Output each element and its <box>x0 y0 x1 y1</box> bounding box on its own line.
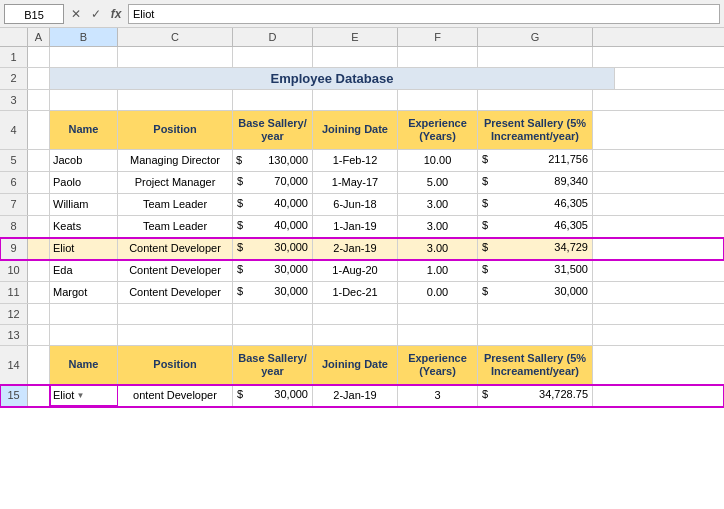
dropdown-icon[interactable]: ▼ <box>76 386 84 405</box>
header-experience: Experience (Years) <box>398 111 478 149</box>
header-row-14: 14 Name Position Base Sallery/ year Join… <box>0 346 724 385</box>
name-box[interactable]: B15 <box>4 4 64 24</box>
header-joining-date: Joining Date <box>313 111 398 149</box>
spreadsheet-title: Employee Database <box>50 68 615 89</box>
cell-base-value: 30,000 <box>274 385 308 406</box>
table-row: 7 William Team Leader $40,000 6-Jun-18 3… <box>0 194 724 216</box>
cell-present-dollar: $ <box>482 385 488 406</box>
column-headers: A B C D E F G <box>0 28 724 47</box>
cell-exp-value: 3 <box>434 389 440 401</box>
header2-base-sallery: Base Sallery/ year <box>233 346 313 384</box>
table-row: 11 Margot Content Developer $30,000 1-De… <box>0 282 724 304</box>
row-12: 12 <box>0 304 724 325</box>
row-13: 13 <box>0 325 724 346</box>
header-present-sallery: Present Sallery (5% Increament/year) <box>478 111 593 149</box>
selected-data-row-15: 15 Eliot ▼ ontent Developer $ 30,000 2-J… <box>0 385 724 407</box>
header-name: Name <box>50 111 118 149</box>
row-1: 1 <box>0 47 724 68</box>
function-icon[interactable]: fx <box>108 7 124 21</box>
cancel-icon[interactable]: ✕ <box>68 7 84 21</box>
formula-input[interactable] <box>128 4 720 24</box>
table-row: 10 Eda Content Developer $30,000 1-Aug-2… <box>0 260 724 282</box>
col-header-g[interactable]: G <box>478 28 593 46</box>
col-header-e[interactable]: E <box>313 28 398 46</box>
col-header-b[interactable]: B <box>50 28 118 46</box>
cell-name-value: Eliot <box>53 386 74 405</box>
col-header-c[interactable]: C <box>118 28 233 46</box>
header-row-4: 4 Name Position Base Sallery/ year Joini… <box>0 111 724 150</box>
cell-joining-value: 2-Jan-19 <box>333 389 376 401</box>
table-row: 8 Keats Team Leader $40,000 1-Jan-19 3.0… <box>0 216 724 238</box>
header2-position: Position <box>118 346 233 384</box>
table-row-highlighted: 9 Eliot Content Developer $30,000 2-Jan-… <box>0 238 724 260</box>
col-header-d[interactable]: D <box>233 28 313 46</box>
cell-present-value: 34,728.75 <box>539 385 588 406</box>
top-bar: B15 ✕ ✓ fx <box>0 0 724 28</box>
header-base-sallery: Base Sallery/ year <box>233 111 313 149</box>
col-header-f[interactable]: F <box>398 28 478 46</box>
header2-present-sallery: Present Sallery (5% Increament/year) <box>478 346 593 384</box>
row-2: 2 Employee Database <box>0 68 724 90</box>
row-3: 3 <box>0 90 724 111</box>
cell-base-dollar: $ <box>237 385 243 406</box>
spreadsheet-grid: 1 2 Employee Database 3 <box>0 47 724 509</box>
header2-joining-date: Joining Date <box>313 346 398 384</box>
cell-position-value: ontent Developer <box>133 389 217 401</box>
header-position: Position <box>118 111 233 149</box>
table-row: 6 Paolo Project Manager $70,000 1-May-17… <box>0 172 724 194</box>
header2-experience: Experience (Years) <box>398 346 478 384</box>
confirm-icon[interactable]: ✓ <box>88 7 104 21</box>
table-row: 5 Jacob Managing Director $130,000 1-Feb… <box>0 150 724 172</box>
header2-name: Name <box>50 346 118 384</box>
col-header-a[interactable]: A <box>28 28 50 46</box>
